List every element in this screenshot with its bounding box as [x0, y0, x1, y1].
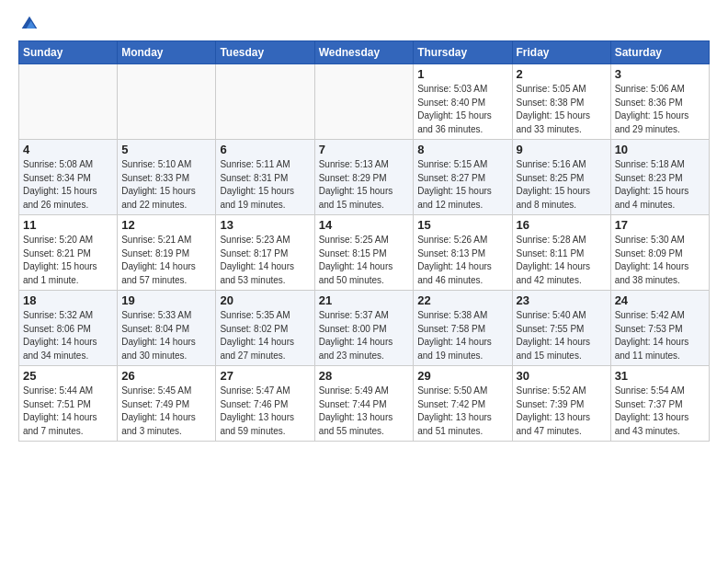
day-number: 12 — [121, 218, 211, 232]
calendar-table: SundayMondayTuesdayWednesdayThursdayFrid… — [18, 40, 710, 442]
day-number: 11 — [23, 218, 113, 232]
day-number: 2 — [517, 67, 607, 81]
day-number: 30 — [517, 369, 607, 383]
day-number: 13 — [220, 218, 310, 232]
calendar-week-row: 1Sunrise: 5:03 AM Sunset: 8:40 PM Daylig… — [19, 64, 710, 140]
day-number: 22 — [417, 293, 507, 307]
day-number: 6 — [220, 143, 310, 156]
day-info: Sunrise: 5:30 AM Sunset: 8:09 PM Dayligh… — [615, 234, 705, 287]
calendar-week-row: 18Sunrise: 5:32 AM Sunset: 8:06 PM Dayli… — [19, 291, 710, 366]
calendar-cell: 21Sunrise: 5:37 AM Sunset: 8:00 PM Dayli… — [314, 291, 414, 366]
calendar-week-row: 25Sunrise: 5:44 AM Sunset: 7:51 PM Dayli… — [19, 366, 710, 442]
calendar-cell: 8Sunrise: 5:15 AM Sunset: 8:27 PM Daylig… — [414, 140, 512, 215]
day-info: Sunrise: 5:40 AM Sunset: 7:55 PM Dayligh… — [517, 309, 607, 362]
weekday-header-sunday: Sunday — [19, 41, 118, 64]
day-number: 31 — [615, 369, 705, 383]
weekday-header-row: SundayMondayTuesdayWednesdayThursdayFrid… — [19, 41, 710, 64]
day-info: Sunrise: 5:06 AM Sunset: 8:36 PM Dayligh… — [615, 83, 705, 136]
day-info: Sunrise: 5:25 AM Sunset: 8:15 PM Dayligh… — [319, 234, 410, 287]
weekday-header-wednesday: Wednesday — [314, 41, 414, 64]
day-number: 5 — [121, 143, 211, 156]
calendar-cell — [19, 64, 118, 140]
logo — [18, 15, 39, 33]
calendar-cell: 10Sunrise: 5:18 AM Sunset: 8:23 PM Dayli… — [610, 140, 709, 215]
day-info: Sunrise: 5:15 AM Sunset: 8:27 PM Dayligh… — [417, 158, 507, 212]
calendar-week-row: 11Sunrise: 5:20 AM Sunset: 8:21 PM Dayli… — [19, 215, 710, 291]
day-number: 23 — [517, 293, 607, 307]
day-number: 21 — [319, 293, 410, 307]
weekday-header-saturday: Saturday — [610, 41, 709, 64]
day-number: 29 — [417, 369, 507, 383]
calendar-cell: 19Sunrise: 5:33 AM Sunset: 8:04 PM Dayli… — [118, 291, 216, 366]
day-info: Sunrise: 5:35 AM Sunset: 8:02 PM Dayligh… — [220, 309, 310, 362]
weekday-header-monday: Monday — [118, 41, 216, 64]
calendar-cell: 29Sunrise: 5:50 AM Sunset: 7:42 PM Dayli… — [414, 366, 512, 442]
day-number: 1 — [417, 67, 507, 81]
calendar-week-row: 4Sunrise: 5:08 AM Sunset: 8:34 PM Daylig… — [19, 140, 710, 215]
weekday-header-tuesday: Tuesday — [216, 41, 314, 64]
day-number: 14 — [319, 218, 410, 232]
calendar-cell: 13Sunrise: 5:23 AM Sunset: 8:17 PM Dayli… — [216, 215, 314, 291]
calendar-cell: 5Sunrise: 5:10 AM Sunset: 8:33 PM Daylig… — [118, 140, 216, 215]
calendar-cell: 24Sunrise: 5:42 AM Sunset: 7:53 PM Dayli… — [610, 291, 709, 366]
day-number: 19 — [121, 293, 211, 307]
calendar-cell: 9Sunrise: 5:16 AM Sunset: 8:25 PM Daylig… — [512, 140, 610, 215]
calendar-cell: 3Sunrise: 5:06 AM Sunset: 8:36 PM Daylig… — [610, 64, 709, 140]
day-info: Sunrise: 5:28 AM Sunset: 8:11 PM Dayligh… — [517, 234, 607, 287]
day-info: Sunrise: 5:33 AM Sunset: 8:04 PM Dayligh… — [121, 309, 211, 362]
calendar-cell: 15Sunrise: 5:26 AM Sunset: 8:13 PM Dayli… — [414, 215, 512, 291]
day-info: Sunrise: 5:42 AM Sunset: 7:53 PM Dayligh… — [615, 309, 705, 362]
day-number: 18 — [23, 293, 113, 307]
page-header — [18, 15, 710, 33]
calendar-cell: 1Sunrise: 5:03 AM Sunset: 8:40 PM Daylig… — [414, 64, 512, 140]
day-info: Sunrise: 5:37 AM Sunset: 8:00 PM Dayligh… — [319, 309, 410, 362]
calendar-cell: 26Sunrise: 5:45 AM Sunset: 7:49 PM Dayli… — [118, 366, 216, 442]
day-info: Sunrise: 5:54 AM Sunset: 7:37 PM Dayligh… — [615, 385, 705, 438]
calendar-cell: 16Sunrise: 5:28 AM Sunset: 8:11 PM Dayli… — [512, 215, 610, 291]
day-number: 27 — [220, 369, 310, 383]
calendar-cell: 14Sunrise: 5:25 AM Sunset: 8:15 PM Dayli… — [314, 215, 414, 291]
day-number: 7 — [319, 143, 410, 156]
day-info: Sunrise: 5:50 AM Sunset: 7:42 PM Dayligh… — [417, 385, 507, 438]
day-number: 10 — [615, 143, 705, 156]
day-number: 28 — [319, 369, 410, 383]
day-info: Sunrise: 5:45 AM Sunset: 7:49 PM Dayligh… — [121, 385, 211, 438]
weekday-header-friday: Friday — [512, 41, 610, 64]
logo-icon — [20, 15, 39, 33]
day-info: Sunrise: 5:18 AM Sunset: 8:23 PM Dayligh… — [615, 158, 705, 212]
calendar-cell: 22Sunrise: 5:38 AM Sunset: 7:58 PM Dayli… — [414, 291, 512, 366]
weekday-header-thursday: Thursday — [414, 41, 512, 64]
day-number: 16 — [517, 218, 607, 232]
day-info: Sunrise: 5:10 AM Sunset: 8:33 PM Dayligh… — [121, 158, 211, 212]
day-number: 25 — [23, 369, 113, 383]
day-number: 24 — [615, 293, 705, 307]
day-number: 20 — [220, 293, 310, 307]
calendar-cell: 28Sunrise: 5:49 AM Sunset: 7:44 PM Dayli… — [314, 366, 414, 442]
calendar-cell: 4Sunrise: 5:08 AM Sunset: 8:34 PM Daylig… — [19, 140, 118, 215]
day-info: Sunrise: 5:23 AM Sunset: 8:17 PM Dayligh… — [220, 234, 310, 287]
day-number: 3 — [615, 67, 705, 81]
day-info: Sunrise: 5:49 AM Sunset: 7:44 PM Dayligh… — [319, 385, 410, 438]
calendar-cell: 2Sunrise: 5:05 AM Sunset: 8:38 PM Daylig… — [512, 64, 610, 140]
day-info: Sunrise: 5:03 AM Sunset: 8:40 PM Dayligh… — [417, 83, 507, 136]
calendar-cell: 31Sunrise: 5:54 AM Sunset: 7:37 PM Dayli… — [610, 366, 709, 442]
calendar-cell: 23Sunrise: 5:40 AM Sunset: 7:55 PM Dayli… — [512, 291, 610, 366]
calendar-cell: 12Sunrise: 5:21 AM Sunset: 8:19 PM Dayli… — [118, 215, 216, 291]
day-info: Sunrise: 5:16 AM Sunset: 8:25 PM Dayligh… — [517, 158, 607, 212]
day-info: Sunrise: 5:52 AM Sunset: 7:39 PM Dayligh… — [517, 385, 607, 438]
calendar-cell: 11Sunrise: 5:20 AM Sunset: 8:21 PM Dayli… — [19, 215, 118, 291]
day-number: 9 — [517, 143, 607, 156]
day-number: 17 — [615, 218, 705, 232]
calendar-cell — [314, 64, 414, 140]
calendar-cell — [118, 64, 216, 140]
day-info: Sunrise: 5:32 AM Sunset: 8:06 PM Dayligh… — [23, 309, 113, 362]
day-info: Sunrise: 5:05 AM Sunset: 8:38 PM Dayligh… — [517, 83, 607, 136]
calendar-cell — [216, 64, 314, 140]
day-info: Sunrise: 5:13 AM Sunset: 8:29 PM Dayligh… — [319, 158, 410, 212]
calendar-cell: 27Sunrise: 5:47 AM Sunset: 7:46 PM Dayli… — [216, 366, 314, 442]
day-info: Sunrise: 5:44 AM Sunset: 7:51 PM Dayligh… — [23, 385, 113, 438]
day-number: 8 — [417, 143, 507, 156]
calendar-cell: 25Sunrise: 5:44 AM Sunset: 7:51 PM Dayli… — [19, 366, 118, 442]
day-info: Sunrise: 5:21 AM Sunset: 8:19 PM Dayligh… — [121, 234, 211, 287]
day-info: Sunrise: 5:20 AM Sunset: 8:21 PM Dayligh… — [23, 234, 113, 287]
